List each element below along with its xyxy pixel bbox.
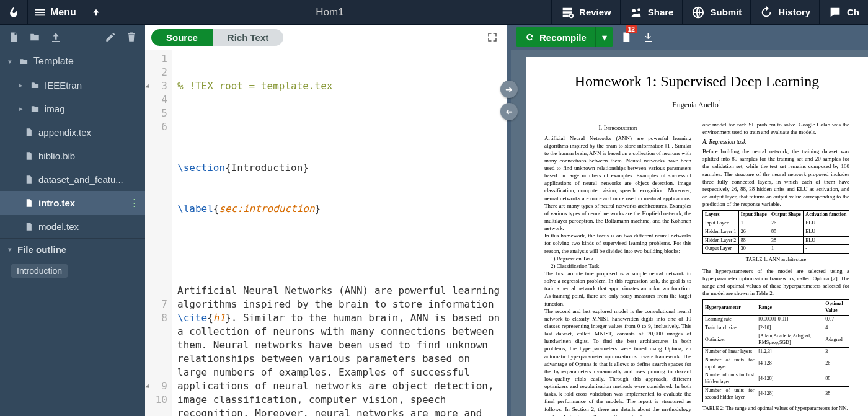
review-icon bbox=[560, 6, 574, 19]
paper-columns: I. Introduction Artificial Neural Networ… bbox=[544, 121, 849, 416]
recompile-label: Recompile bbox=[539, 32, 587, 43]
svg-rect-1 bbox=[35, 12, 45, 13]
tree-file-model[interactable]: model.tex bbox=[0, 215, 145, 238]
tree-file-label: model.tex bbox=[38, 221, 79, 232]
tree-file-label: biblio.bib bbox=[38, 151, 75, 161]
submit-button[interactable]: Submit bbox=[682, 0, 750, 24]
rename-button[interactable] bbox=[102, 29, 119, 46]
more-icon[interactable]: ⋮ bbox=[130, 197, 139, 208]
svg-rect-2 bbox=[35, 14, 45, 15]
new-file-button[interactable] bbox=[5, 29, 22, 46]
paper-paragraph: one model for each SL problem to solve. … bbox=[702, 121, 849, 136]
refresh-icon bbox=[525, 32, 534, 42]
logs-button[interactable]: 12 bbox=[617, 28, 636, 46]
recompile-button[interactable]: Recompile ▾ bbox=[516, 27, 613, 47]
tree-file-intro[interactable]: intro.tex ⋮ bbox=[0, 191, 145, 215]
tree-file-label: intro.tex bbox=[38, 198, 75, 208]
overleaf-logo[interactable] bbox=[0, 0, 28, 24]
file-icon bbox=[24, 198, 33, 208]
recompile-dropdown[interactable]: ▾ bbox=[595, 27, 613, 47]
paper-paragraph: Before building the neural network, the … bbox=[702, 148, 849, 208]
paper-list-item: 2) Classification Task bbox=[544, 262, 691, 270]
svg-point-5 bbox=[637, 8, 640, 11]
sidebar: ▾ Template ▸ IEEEtran ▸ imag appendix.te… bbox=[0, 25, 145, 416]
tree-root-template[interactable]: ▾ Template bbox=[0, 50, 145, 73]
pdf-viewer[interactable]: Homework 1: Supervised Deep Learning Eug… bbox=[511, 50, 868, 416]
history-button[interactable]: History bbox=[750, 0, 819, 24]
review-label: Review bbox=[579, 7, 611, 17]
share-button[interactable]: Share bbox=[620, 0, 683, 24]
new-folder-button[interactable] bbox=[26, 29, 43, 46]
rich-text-mode-button[interactable]: Rich Text bbox=[213, 29, 283, 46]
delete-button[interactable] bbox=[123, 29, 140, 46]
table-2: HyperparameterRangeOptimal Value Learnin… bbox=[702, 299, 849, 402]
line-number: 5 bbox=[148, 107, 167, 120]
tree-folder-ieeetran[interactable]: ▸ IEEEtran bbox=[0, 73, 145, 97]
file-icon bbox=[24, 221, 33, 231]
tree-root-label: Template bbox=[33, 56, 74, 67]
source-mode-button[interactable]: Source bbox=[151, 29, 213, 46]
project-title[interactable]: Hom1 bbox=[108, 6, 551, 19]
tree-file-biblio[interactable]: biblio.bib bbox=[0, 144, 145, 167]
paper-author: Eugenia Anello1 bbox=[544, 99, 849, 110]
outline-header-label: File outline bbox=[17, 244, 66, 255]
chevron-down-icon: ▾ bbox=[6, 58, 14, 66]
globe-icon bbox=[691, 6, 705, 19]
chat-button[interactable]: Ch bbox=[819, 0, 868, 24]
file-icon bbox=[24, 174, 33, 184]
tree-file-label: appendix.tex bbox=[38, 127, 91, 138]
up-arrow-icon bbox=[92, 8, 100, 17]
code-arg: Introduction bbox=[231, 162, 303, 174]
code-cmd: \cite bbox=[177, 312, 207, 324]
code-text: Artificial Neural Networks (ANN) are pow… bbox=[177, 285, 506, 310]
gutter: 1 2 3 4 5 6 7 8 9 10 bbox=[145, 50, 172, 416]
code-editor[interactable]: 1 2 3 4 5 6 7 8 9 10 % !TEX root = templ… bbox=[145, 50, 507, 416]
line-number: 10 bbox=[148, 393, 167, 407]
editor-panel: Source Rich Text 1 2 3 4 5 6 7 8 9 10 bbox=[145, 25, 511, 416]
menu-button[interactable]: Menu bbox=[28, 0, 84, 24]
back-button[interactable] bbox=[84, 0, 108, 24]
share-icon bbox=[629, 6, 643, 19]
paper-paragraph: The first architecture proposed is a sim… bbox=[544, 270, 691, 308]
code-cmd: \label bbox=[177, 203, 213, 215]
code-arg: h1 bbox=[213, 312, 225, 324]
table-caption: TABLE 1: ANN architecture bbox=[702, 256, 849, 263]
outline-body: Introduction bbox=[0, 260, 145, 284]
paper-col-left: I. Introduction Artificial Neural Networ… bbox=[544, 121, 691, 416]
editor-mode-toggle: Source Rich Text bbox=[151, 29, 283, 46]
preview-toolbar: Recompile ▾ 12 bbox=[511, 25, 868, 50]
file-icon bbox=[24, 127, 33, 137]
file-tree: ▾ Template ▸ IEEEtran ▸ imag appendix.te… bbox=[0, 50, 145, 238]
upload-button[interactable] bbox=[47, 29, 64, 46]
pdf-page: Homework 1: Supervised Deep Learning Eug… bbox=[526, 57, 868, 416]
paper-list-item: 1) Regression Task bbox=[544, 255, 691, 262]
chat-label: Ch bbox=[847, 7, 859, 17]
tree-folder-label: imag bbox=[45, 104, 65, 114]
line-number: 7 bbox=[148, 298, 167, 311]
line-number: 6 bbox=[148, 120, 167, 298]
file-icon bbox=[24, 151, 33, 161]
tree-file-appendix[interactable]: appendix.tex bbox=[0, 120, 145, 144]
tree-file-label: dataset_and_featu... bbox=[38, 174, 123, 185]
paper-paragraph: In this homework, the focus is on two di… bbox=[544, 232, 691, 254]
submit-label: Submit bbox=[710, 7, 742, 17]
review-button[interactable]: Review bbox=[551, 0, 620, 24]
collapse-right-button[interactable]: ➜ bbox=[500, 81, 518, 98]
table-caption: TABLE 2: The range and optimal values of… bbox=[702, 405, 849, 412]
code-body[interactable]: % !TEX root = template.tex \section{Intr… bbox=[172, 50, 507, 416]
collapse-left-button[interactable]: ➜ bbox=[500, 103, 518, 120]
chevron-down-icon: ▾ bbox=[6, 246, 14, 254]
paper-paragraph: The second and last explored model is th… bbox=[544, 308, 691, 416]
download-button[interactable] bbox=[639, 28, 658, 46]
chat-icon bbox=[828, 6, 842, 19]
editor-toolbar: Source Rich Text bbox=[145, 25, 507, 50]
menu-label: Menu bbox=[50, 7, 76, 18]
file-outline-header[interactable]: ▾ File outline bbox=[0, 238, 145, 260]
svg-point-4 bbox=[632, 9, 636, 12]
tree-folder-imag[interactable]: ▸ imag bbox=[0, 97, 145, 120]
code-arg: sec:introduction bbox=[219, 203, 314, 215]
preview-panel: ➜ ➜ Recompile ▾ 12 Homework 1: Supervise… bbox=[511, 25, 868, 416]
fullscreen-button[interactable] bbox=[484, 29, 501, 46]
outline-item-introduction[interactable]: Introduction bbox=[11, 264, 68, 278]
tree-file-dataset[interactable]: dataset_and_featu... bbox=[0, 167, 145, 191]
